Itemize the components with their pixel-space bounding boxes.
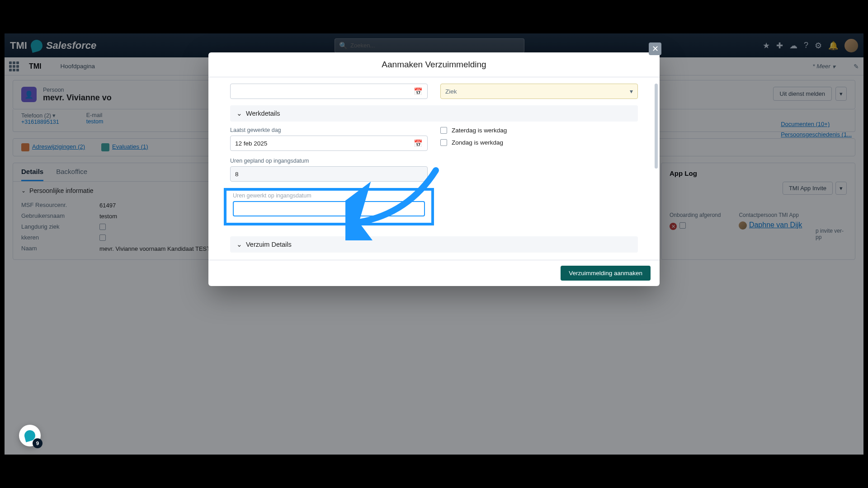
modal-overlay: ✕ Aanmaken Verzuimmelding 📅 Ziek ▾ xyxy=(5,33,658,369)
highlighted-input-group: Uren gewerkt op ingangsdatum xyxy=(224,188,434,225)
modal-title: Aanmaken Verzuimmelding xyxy=(208,52,658,77)
close-icon: ✕ xyxy=(652,44,659,54)
section-werkdetails[interactable]: ⌄ Werkdetails xyxy=(230,105,638,122)
type-select-value: Ziek xyxy=(445,88,457,95)
type-select[interactable]: Ziek ▾ xyxy=(440,84,638,99)
laatst-input[interactable]: 12 feb 2025 📅 xyxy=(230,136,428,151)
calendar-icon: 📅 xyxy=(414,87,423,96)
zondag-label: Zondag is werkdag xyxy=(452,139,503,146)
verzuimmelding-modal: ✕ Aanmaken Verzuimmelding 📅 Ziek ▾ xyxy=(208,52,658,286)
zondag-checkbox-row[interactable]: Zondag is werkdag xyxy=(440,139,638,146)
zaterdag-checkbox-row[interactable]: Zaterdag is werkdag xyxy=(440,127,638,134)
laatst-value: 12 feb 2025 xyxy=(235,140,267,147)
calendar-icon: 📅 xyxy=(414,139,423,148)
chevron-down-icon: ⌄ xyxy=(236,241,242,248)
chevron-down-icon: ⌄ xyxy=(236,110,242,117)
section-verzuim-label: Verzuim Details xyxy=(246,241,292,248)
section-verzuim-details[interactable]: ⌄ Verzuim Details xyxy=(230,236,638,253)
date-input[interactable]: 📅 xyxy=(230,84,428,99)
uren-gewerkt-input[interactable] xyxy=(233,201,425,216)
checkbox-icon xyxy=(440,127,447,134)
uren-gewerkt-label: Uren gewerkt op ingangsdatum xyxy=(233,192,425,199)
laatst-label: Laatst gewerkte dag xyxy=(230,127,428,133)
chevron-down-icon: ▾ xyxy=(630,88,633,95)
uren-gepland-label: Uren gepland op ingangsdatum xyxy=(230,158,428,164)
checkbox-icon xyxy=(440,139,447,146)
submit-button[interactable]: Verzuimmelding aanmaken xyxy=(561,266,651,281)
zaterdag-label: Zaterdag is werkdag xyxy=(452,127,507,134)
scrollbar[interactable] xyxy=(655,84,658,169)
close-button[interactable]: ✕ xyxy=(649,42,658,55)
uren-gepland-value: 8 xyxy=(235,171,239,178)
section-werkdetails-label: Werkdetails xyxy=(246,110,280,117)
uren-gepland-input[interactable]: 8 xyxy=(230,166,428,182)
